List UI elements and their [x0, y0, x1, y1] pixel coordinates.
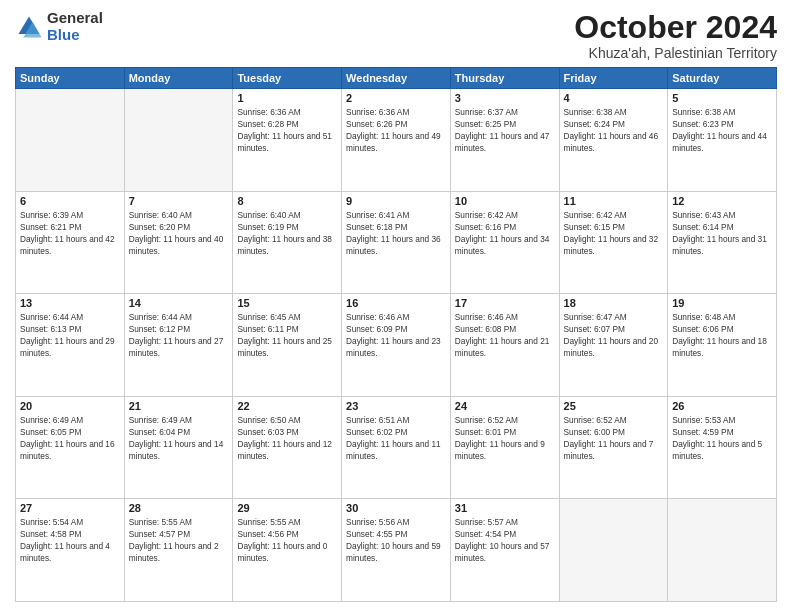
- sunrise-text: Sunrise: 6:52 AM: [564, 415, 627, 425]
- table-row: 7 Sunrise: 6:40 AM Sunset: 6:20 PM Dayli…: [124, 191, 233, 294]
- calendar-header-row: Sunday Monday Tuesday Wednesday Thursday…: [16, 68, 777, 89]
- header-tuesday: Tuesday: [233, 68, 342, 89]
- table-row: 23 Sunrise: 6:51 AM Sunset: 6:02 PM Dayl…: [342, 396, 451, 499]
- table-row: 20 Sunrise: 6:49 AM Sunset: 6:05 PM Dayl…: [16, 396, 125, 499]
- calendar-week-row: 20 Sunrise: 6:49 AM Sunset: 6:05 PM Dayl…: [16, 396, 777, 499]
- logo-blue-text: Blue: [47, 27, 103, 44]
- sunset-text: Sunset: 6:24 PM: [564, 119, 625, 129]
- daylight-text: Daylight: 11 hours and 20 minutes.: [564, 336, 659, 358]
- day-number: 30: [346, 502, 446, 514]
- table-row: 4 Sunrise: 6:38 AM Sunset: 6:24 PM Dayli…: [559, 89, 668, 192]
- sunset-text: Sunset: 6:18 PM: [346, 222, 407, 232]
- day-number: 31: [455, 502, 555, 514]
- logo-general-text: General: [47, 10, 103, 27]
- logo-icon: [15, 13, 43, 41]
- day-number: 10: [455, 195, 555, 207]
- table-row: [559, 499, 668, 602]
- day-number: 14: [129, 297, 229, 309]
- sunrise-text: Sunrise: 6:41 AM: [346, 210, 409, 220]
- sunset-text: Sunset: 6:00 PM: [564, 427, 625, 437]
- day-info: Sunrise: 6:49 AM Sunset: 6:05 PM Dayligh…: [20, 414, 120, 462]
- sunrise-text: Sunrise: 6:42 AM: [455, 210, 518, 220]
- table-row: 6 Sunrise: 6:39 AM Sunset: 6:21 PM Dayli…: [16, 191, 125, 294]
- day-info: Sunrise: 6:42 AM Sunset: 6:16 PM Dayligh…: [455, 209, 555, 257]
- day-info: Sunrise: 6:46 AM Sunset: 6:09 PM Dayligh…: [346, 311, 446, 359]
- sunset-text: Sunset: 6:07 PM: [564, 324, 625, 334]
- day-number: 23: [346, 400, 446, 412]
- sunset-text: Sunset: 6:26 PM: [346, 119, 407, 129]
- daylight-text: Daylight: 11 hours and 47 minutes.: [455, 131, 550, 153]
- daylight-text: Daylight: 11 hours and 5 minutes.: [672, 439, 762, 461]
- daylight-text: Daylight: 11 hours and 40 minutes.: [129, 234, 224, 256]
- sunrise-text: Sunrise: 6:49 AM: [20, 415, 83, 425]
- sunrise-text: Sunrise: 6:38 AM: [564, 107, 627, 117]
- table-row: 19 Sunrise: 6:48 AM Sunset: 6:06 PM Dayl…: [668, 294, 777, 397]
- page: General Blue October 2024 Khuza'ah, Pale…: [0, 0, 792, 612]
- day-info: Sunrise: 6:38 AM Sunset: 6:23 PM Dayligh…: [672, 106, 772, 154]
- day-info: Sunrise: 6:52 AM Sunset: 6:01 PM Dayligh…: [455, 414, 555, 462]
- sunset-text: Sunset: 6:03 PM: [237, 427, 298, 437]
- daylight-text: Daylight: 11 hours and 38 minutes.: [237, 234, 332, 256]
- sunrise-text: Sunrise: 6:40 AM: [129, 210, 192, 220]
- sunset-text: Sunset: 6:13 PM: [20, 324, 81, 334]
- sunrise-text: Sunrise: 6:52 AM: [455, 415, 518, 425]
- day-info: Sunrise: 6:38 AM Sunset: 6:24 PM Dayligh…: [564, 106, 664, 154]
- day-number: 22: [237, 400, 337, 412]
- day-number: 15: [237, 297, 337, 309]
- day-number: 1: [237, 92, 337, 104]
- day-number: 2: [346, 92, 446, 104]
- sunset-text: Sunset: 6:02 PM: [346, 427, 407, 437]
- sunset-text: Sunset: 6:14 PM: [672, 222, 733, 232]
- table-row: 2 Sunrise: 6:36 AM Sunset: 6:26 PM Dayli…: [342, 89, 451, 192]
- sunset-text: Sunset: 6:01 PM: [455, 427, 516, 437]
- table-row: 25 Sunrise: 6:52 AM Sunset: 6:00 PM Dayl…: [559, 396, 668, 499]
- table-row: 15 Sunrise: 6:45 AM Sunset: 6:11 PM Dayl…: [233, 294, 342, 397]
- sunset-text: Sunset: 6:25 PM: [455, 119, 516, 129]
- day-info: Sunrise: 6:50 AM Sunset: 6:03 PM Dayligh…: [237, 414, 337, 462]
- sunset-text: Sunset: 6:16 PM: [455, 222, 516, 232]
- daylight-text: Daylight: 11 hours and 34 minutes.: [455, 234, 550, 256]
- sunrise-text: Sunrise: 6:48 AM: [672, 312, 735, 322]
- table-row: 28 Sunrise: 5:55 AM Sunset: 4:57 PM Dayl…: [124, 499, 233, 602]
- sunrise-text: Sunrise: 5:55 AM: [129, 517, 192, 527]
- sunrise-text: Sunrise: 6:49 AM: [129, 415, 192, 425]
- daylight-text: Daylight: 11 hours and 31 minutes.: [672, 234, 767, 256]
- table-row: 5 Sunrise: 6:38 AM Sunset: 6:23 PM Dayli…: [668, 89, 777, 192]
- day-number: 21: [129, 400, 229, 412]
- daylight-text: Daylight: 10 hours and 59 minutes.: [346, 541, 441, 563]
- header-monday: Monday: [124, 68, 233, 89]
- sunrise-text: Sunrise: 6:38 AM: [672, 107, 735, 117]
- sunrise-text: Sunrise: 5:54 AM: [20, 517, 83, 527]
- daylight-text: Daylight: 11 hours and 51 minutes.: [237, 131, 332, 153]
- daylight-text: Daylight: 11 hours and 12 minutes.: [237, 439, 332, 461]
- daylight-text: Daylight: 11 hours and 4 minutes.: [20, 541, 110, 563]
- table-row: 8 Sunrise: 6:40 AM Sunset: 6:19 PM Dayli…: [233, 191, 342, 294]
- day-info: Sunrise: 6:43 AM Sunset: 6:14 PM Dayligh…: [672, 209, 772, 257]
- sunrise-text: Sunrise: 5:53 AM: [672, 415, 735, 425]
- sunset-text: Sunset: 6:15 PM: [564, 222, 625, 232]
- sunset-text: Sunset: 6:08 PM: [455, 324, 516, 334]
- sunset-text: Sunset: 6:21 PM: [20, 222, 81, 232]
- day-info: Sunrise: 6:46 AM Sunset: 6:08 PM Dayligh…: [455, 311, 555, 359]
- sunrise-text: Sunrise: 6:46 AM: [455, 312, 518, 322]
- table-row: 10 Sunrise: 6:42 AM Sunset: 6:16 PM Dayl…: [450, 191, 559, 294]
- day-info: Sunrise: 5:54 AM Sunset: 4:58 PM Dayligh…: [20, 516, 120, 564]
- table-row: 27 Sunrise: 5:54 AM Sunset: 4:58 PM Dayl…: [16, 499, 125, 602]
- calendar-table: Sunday Monday Tuesday Wednesday Thursday…: [15, 67, 777, 602]
- sunrise-text: Sunrise: 6:51 AM: [346, 415, 409, 425]
- day-number: 19: [672, 297, 772, 309]
- sunset-text: Sunset: 4:59 PM: [672, 427, 733, 437]
- day-number: 26: [672, 400, 772, 412]
- day-info: Sunrise: 6:41 AM Sunset: 6:18 PM Dayligh…: [346, 209, 446, 257]
- day-number: 29: [237, 502, 337, 514]
- sunset-text: Sunset: 6:23 PM: [672, 119, 733, 129]
- daylight-text: Daylight: 11 hours and 23 minutes.: [346, 336, 441, 358]
- day-info: Sunrise: 6:36 AM Sunset: 6:28 PM Dayligh…: [237, 106, 337, 154]
- calendar-week-row: 1 Sunrise: 6:36 AM Sunset: 6:28 PM Dayli…: [16, 89, 777, 192]
- table-row: 26 Sunrise: 5:53 AM Sunset: 4:59 PM Dayl…: [668, 396, 777, 499]
- sunset-text: Sunset: 6:04 PM: [129, 427, 190, 437]
- title-block: October 2024 Khuza'ah, Palestinian Terri…: [574, 10, 777, 61]
- sunset-text: Sunset: 4:55 PM: [346, 529, 407, 539]
- day-number: 9: [346, 195, 446, 207]
- sunrise-text: Sunrise: 5:57 AM: [455, 517, 518, 527]
